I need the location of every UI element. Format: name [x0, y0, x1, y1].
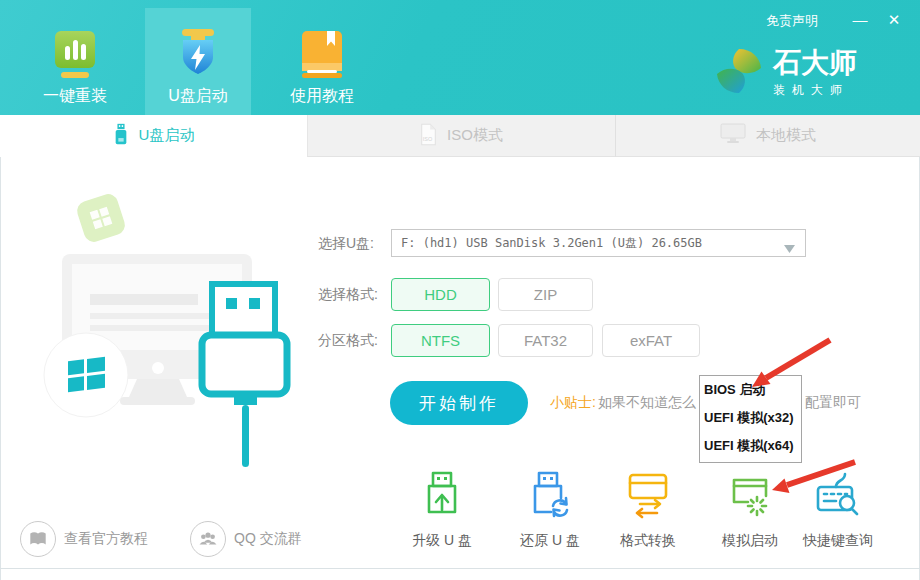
utility-label: 模拟启动 [722, 532, 778, 550]
partition-option-exfat[interactable]: exFAT [602, 324, 700, 357]
tab-iso-mode[interactable]: ISO ISO模式 [307, 115, 615, 157]
brand-logo-icon [716, 47, 764, 99]
utility-label: 还原 U 盘 [520, 532, 580, 550]
menu-item-bios-boot[interactable]: BIOS 启动 [700, 376, 801, 404]
format-select-label: 选择格式: [318, 278, 378, 311]
boot-mode-menu: BIOS 启动 UEFI 模拟(x32) UEFI 模拟(x64) [699, 375, 802, 463]
nav-item-tutorial[interactable]: 使用教程 [269, 8, 375, 115]
usb-computer-illustration [15, 172, 325, 477]
people-group-icon [190, 521, 226, 557]
shield-bolt-icon [175, 28, 221, 80]
utility-simulate-boot[interactable]: 模拟启动 [702, 470, 798, 550]
close-button[interactable]: ✕ [881, 9, 907, 31]
open-book-icon [20, 521, 56, 557]
official-tutorial-link[interactable]: 查看官方教程 [20, 521, 148, 557]
iso-icon-text: ISO [423, 136, 433, 142]
nav-item-label: 一键重装 [43, 86, 107, 107]
chevron-down-icon [784, 239, 795, 257]
format-option-hdd[interactable]: HDD [391, 278, 490, 311]
footer-label: 查看官方教程 [64, 530, 148, 548]
usb-restore-icon [526, 470, 574, 524]
tip-text-after: 配置即可 [805, 394, 861, 412]
start-create-button[interactable]: 开始制作 [390, 381, 528, 425]
mode-tabbar: U盘启动 ISO ISO模式 本地模式 [0, 115, 920, 157]
tab-usb-boot[interactable]: U盘启动 [0, 115, 307, 157]
utility-upgrade-usb[interactable]: 升级 U 盘 [394, 470, 490, 550]
window-bottom-border [0, 568, 920, 569]
tab-label: 本地模式 [756, 126, 816, 145]
brand-name: 石大师 [773, 47, 857, 79]
minimize-button[interactable]: — [847, 9, 873, 31]
keyboard-search-icon [814, 470, 862, 524]
usb-upgrade-icon [418, 470, 466, 524]
nav-item-label: U盘启动 [168, 86, 228, 107]
usb-drive-select[interactable]: F: (hd1) USB SanDisk 3.2Gen1 (U盘) 26.65G… [391, 229, 806, 257]
partition-option-ntfs[interactable]: NTFS [391, 324, 490, 357]
nav-item-label: 使用教程 [290, 86, 354, 107]
utility-hotkey-query[interactable]: 快捷键查询 [790, 470, 886, 550]
monitor-icon [720, 123, 746, 148]
footer-label: QQ 交流群 [234, 530, 302, 548]
menu-item-uefi-x64[interactable]: UEFI 模拟(x64) [700, 432, 801, 460]
utility-format-convert[interactable]: 格式转换 [600, 470, 696, 550]
qq-group-link[interactable]: QQ 交流群 [190, 521, 302, 557]
menu-item-uefi-x32[interactable]: UEFI 模拟(x32) [700, 404, 801, 432]
tab-local-mode[interactable]: 本地模式 [615, 115, 920, 157]
tab-label: U盘启动 [139, 126, 195, 145]
usb-select-label: 选择U盘: [318, 229, 374, 257]
tip-label: 小贴士: [550, 394, 596, 412]
utility-label: 升级 U 盘 [412, 532, 472, 550]
disclaimer-link[interactable]: 免责声明 [766, 12, 818, 30]
usb-drive-icon [113, 122, 129, 150]
tab-label: ISO模式 [447, 126, 503, 145]
tip-text-before: 如果不知道怎么 [598, 394, 696, 412]
utility-label: 格式转换 [620, 532, 676, 550]
bar-chart-icon [52, 28, 98, 80]
nav-item-usb-boot[interactable]: U盘启动 [145, 8, 251, 115]
partition-option-fat32[interactable]: FAT32 [498, 324, 593, 357]
partition-select-label: 分区格式: [318, 324, 378, 357]
brand-subtitle: 装机大师 [773, 82, 857, 99]
utility-restore-usb[interactable]: 还原 U 盘 [502, 470, 598, 550]
iso-file-icon: ISO [420, 123, 437, 149]
nav-item-one-key-reinstall[interactable]: 一键重装 [22, 8, 128, 115]
format-convert-icon [624, 470, 672, 524]
usb-drive-value: F: (hd1) USB SanDisk 3.2Gen1 (U盘) 26.65G… [401, 230, 702, 256]
utility-label: 快捷键查询 [803, 532, 873, 550]
format-option-zip[interactable]: ZIP [498, 278, 593, 311]
app-window: 一键重装 U盘启动 [0, 0, 920, 580]
simulate-boot-icon [726, 470, 774, 524]
header: 一键重装 U盘启动 [0, 0, 920, 115]
book-icon [299, 28, 345, 80]
brand-logo: 石大师 装机大师 [716, 47, 857, 99]
